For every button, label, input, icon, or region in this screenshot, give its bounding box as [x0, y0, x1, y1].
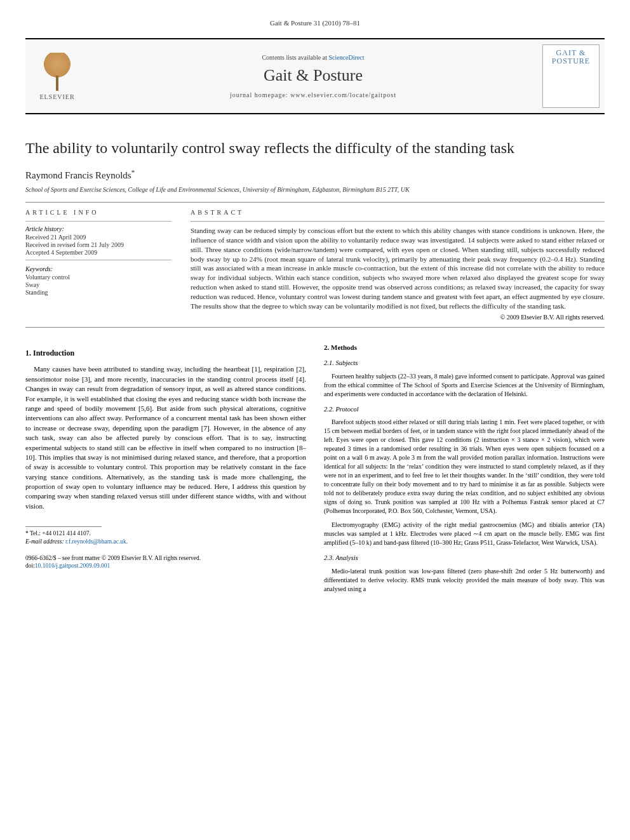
footnote-rule	[25, 526, 102, 527]
analysis-paragraph: Medio-lateral trunk position was low-pas…	[324, 567, 605, 594]
affiliation: School of Sports and Exercise Sciences, …	[25, 186, 605, 193]
doi-link[interactable]: 10.1016/j.gaitpost.2009.09.001	[35, 563, 111, 569]
article-info: ARTICLE INFO Article history: Received 2…	[25, 209, 171, 321]
corresponding-marker: *	[131, 168, 135, 176]
revised-date: Received in revised form 21 July 2009	[25, 241, 171, 248]
divider	[25, 260, 171, 260]
tel-label: * Tel.:	[25, 530, 42, 537]
journal-cover-thumb: GAIT & POSTURE	[542, 44, 600, 108]
running-head: Gait & Posture 31 (2010) 78–81	[25, 19, 605, 27]
email-label: E-mail address:	[25, 538, 65, 545]
abstract-text: Standing sway can be reduced simply by c…	[191, 226, 605, 311]
email-suffix: .	[126, 538, 128, 545]
protocol-paragraph-1: Barefoot subjects stood either relaxed o…	[324, 418, 605, 516]
subsection-analysis: 2.3. Analysis	[324, 554, 605, 563]
article-body: 1. Introduction Many causes have been at…	[25, 343, 605, 594]
author-name: Raymond Francis Reynolds	[25, 170, 131, 180]
section-heading-intro: 1. Introduction	[25, 348, 306, 359]
cover-title-line2: POSTURE	[552, 57, 590, 65]
tel-number: +44 0121 414 4107.	[42, 530, 91, 537]
subsection-protocol: 2.2. Protocol	[324, 405, 605, 415]
corresponding-footnote: * Tel.: +44 0121 414 4107. E-mail addres…	[25, 530, 306, 545]
abstract-copyright: © 2009 Elsevier B.V. All rights reserved…	[191, 314, 605, 321]
front-matter-line: 0966-6362/$ – see front matter © 2009 El…	[25, 554, 306, 562]
journal-header: ELSEVIER Contents lists available at Sci…	[25, 38, 605, 114]
subjects-paragraph: Fourteen healthy subjects (22–33 years, …	[324, 372, 605, 399]
divider	[25, 221, 171, 222]
keyword: Voluntary control	[25, 274, 171, 281]
journal-homepage: journal homepage: www.elsevier.com/locat…	[230, 91, 396, 98]
keywords-label: Keywords:	[25, 265, 171, 272]
front-matter-block: 0966-6362/$ – see front matter © 2009 El…	[25, 554, 306, 570]
keyword: Standing	[25, 289, 171, 296]
article-title: The ability to voluntarily control sway …	[25, 140, 605, 157]
contents-available: Contents lists available at ScienceDirec…	[262, 54, 364, 61]
publisher-logo: ELSEVIER	[25, 39, 89, 113]
divider	[25, 202, 605, 203]
section-heading-methods: 2. Methods	[324, 343, 605, 352]
contents-prefix: Contents lists available at	[262, 54, 328, 61]
info-abstract-row: ARTICLE INFO Article history: Received 2…	[25, 209, 605, 321]
publisher-name: ELSEVIER	[39, 93, 74, 100]
sciencedirect-link[interactable]: ScienceDirect	[328, 54, 364, 61]
protocol-paragraph-2: Electromyography (EMG) activity of the r…	[324, 521, 605, 547]
author-line: Raymond Francis Reynolds*	[25, 168, 605, 181]
doi-label: doi:	[25, 563, 35, 569]
history-label: Article history:	[25, 225, 171, 232]
author-email-link[interactable]: r.f.reynolds@bham.ac.uk	[65, 538, 126, 545]
article-info-heading: ARTICLE INFO	[25, 209, 171, 216]
abstract-column: ABSTRACT Standing sway can be reduced si…	[191, 209, 605, 321]
journal-name: Gait & Posture	[264, 66, 363, 85]
header-center: Contents lists available at ScienceDirec…	[89, 39, 537, 113]
abstract-heading: ABSTRACT	[191, 209, 605, 216]
divider	[191, 221, 605, 222]
elsevier-tree-icon	[38, 53, 76, 91]
accepted-date: Accepted 4 September 2009	[25, 249, 171, 256]
subsection-subjects: 2.1. Subjects	[324, 359, 605, 368]
keyword: Sway	[25, 281, 171, 288]
received-date: Received 21 April 2009	[25, 234, 171, 241]
divider	[25, 327, 605, 328]
intro-paragraph: Many causes have been attributed to stan…	[25, 364, 306, 511]
